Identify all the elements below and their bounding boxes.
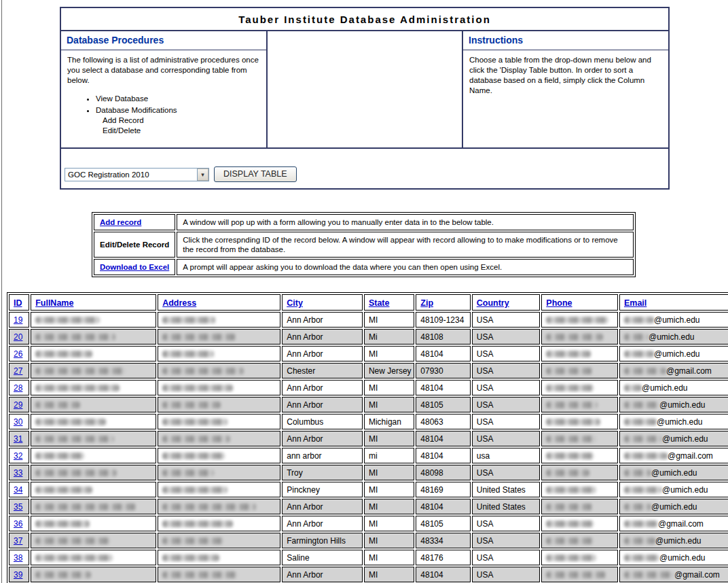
record-id-link[interactable]: 33 (14, 468, 22, 478)
redacted-email-local (624, 504, 651, 510)
cell-phone (541, 516, 618, 531)
record-id-link[interactable]: 20 (14, 332, 22, 342)
email-domain: @umich.edu (642, 383, 688, 393)
record-id-link[interactable]: 36 (14, 519, 22, 529)
cell-state: MI (364, 397, 414, 412)
procedures-body: The following is a list of administrativ… (61, 50, 266, 142)
cell-zip: 48104 (416, 431, 470, 446)
cell-phone (541, 414, 618, 429)
cell-email: @umich.edu (619, 550, 728, 565)
email-domain: @umich.edu (662, 434, 708, 444)
column-header-zip[interactable]: Zip (420, 298, 433, 308)
panel-row: Database Procedures The following is a l… (61, 31, 668, 149)
table-row: 28 Ann Arbor MI 48104 USA @umich.edu (9, 380, 728, 395)
column-header-fullname[interactable]: FullName (35, 298, 73, 308)
cell-fullname (31, 465, 156, 480)
redacted-address (162, 571, 237, 578)
table-row: 30 Columbus Michigan 48063 USA @umich.ed… (9, 414, 728, 429)
record-id-link[interactable]: 37 (14, 536, 22, 546)
display-table-button[interactable]: DISPLAY TABLE (214, 166, 297, 182)
redacted-fullname (35, 317, 100, 323)
redacted-fullname (35, 385, 120, 391)
redacted-email-local (624, 520, 658, 527)
database-select[interactable]: GOC Registration 2010 ▾ (65, 168, 209, 181)
header-row: ID FullName Address City State Zip Count… (9, 294, 728, 311)
record-id-link[interactable]: 29 (14, 400, 22, 410)
cell-fullname (31, 448, 156, 463)
cell-email: @umich.edu (619, 431, 728, 446)
table-row: 27 Chester New Jersey 07930 USA @gmail.c… (9, 363, 728, 378)
chevron-down-icon[interactable]: ▾ (197, 169, 208, 181)
cell-phone (541, 431, 618, 446)
cell-country: USA (472, 516, 541, 531)
record-id-link[interactable]: 39 (14, 570, 22, 580)
redacted-address (162, 402, 221, 408)
record-id-link[interactable]: 19 (14, 315, 22, 325)
cell-address (158, 567, 280, 582)
cell-city: Farmington Hills (282, 533, 363, 548)
table-row: 19 Ann Arbor MI 48109-1234 USA @umich.ed… (9, 312, 728, 328)
cell-country: USA (472, 363, 541, 378)
record-id-link[interactable]: 30 (14, 417, 22, 427)
help-row-add-record: Add record A window will pop up with a f… (94, 214, 634, 230)
cell-address (158, 380, 280, 395)
cell-city: Ann Arbor (282, 431, 363, 446)
redacted-phone (546, 504, 592, 510)
redacted-phone (546, 334, 603, 340)
redacted-fullname (35, 571, 91, 578)
column-header-address[interactable]: Address (162, 298, 196, 308)
cell-email: @umich.edu (619, 397, 728, 412)
cell-state: Mi (364, 329, 414, 344)
record-id-link[interactable]: 27 (14, 366, 22, 376)
redacted-phone (546, 554, 596, 561)
cell-zip: 48334 (416, 533, 470, 548)
table-select-form: GOC Registration 2010 ▾ DISPLAY TABLE (61, 149, 668, 188)
column-header-phone[interactable]: Phone (546, 298, 572, 308)
cell-fullname (31, 380, 156, 395)
cell-email: @umich.edu (619, 414, 728, 429)
record-id-link[interactable]: 28 (14, 383, 22, 393)
cell-address (158, 414, 280, 429)
column-header-id[interactable]: ID (14, 298, 22, 308)
cell-country: USA (472, 312, 541, 328)
procedures-intro: The following is a list of administrativ… (67, 55, 260, 86)
column-header-country[interactable]: Country (477, 298, 509, 308)
record-id-link[interactable]: 35 (14, 502, 22, 512)
record-id-link[interactable]: 31 (14, 434, 22, 444)
record-id-link[interactable]: 26 (14, 349, 22, 359)
page-title: Tauber Institute Database Administration (61, 8, 668, 31)
column-header-email[interactable]: Email (624, 298, 647, 308)
cell-city: Pinckney (282, 482, 363, 497)
cell-email: @gmail.com (619, 516, 728, 531)
record-id-link[interactable]: 32 (14, 451, 22, 461)
column-header-state[interactable]: State (369, 298, 390, 308)
help-desc-edit-delete: Click the correspnding ID of the record … (177, 232, 634, 258)
procedures-subitem-add-record: Add Record (103, 116, 260, 126)
email-domain: @umich.edu (649, 332, 695, 342)
column-header-city[interactable]: City (287, 298, 303, 308)
cell-state: New Jersey (364, 363, 414, 378)
cell-country: USA (472, 465, 541, 480)
redacted-address (162, 351, 214, 357)
cell-fullname (31, 414, 156, 429)
cell-zip: 48104 (416, 567, 470, 582)
add-record-link[interactable]: Add record (100, 218, 141, 226)
redacted-fullname (35, 334, 115, 340)
cell-state: Michigan (364, 414, 414, 429)
cell-city: Ann Arbor (282, 346, 363, 361)
table-row: 32 ann arbor mi 48104 usa @gmail.com (9, 448, 728, 463)
download-to-excel-link[interactable]: Download to Excel (100, 263, 169, 271)
cell-country: USA (472, 567, 541, 582)
email-domain: @umich.edu (659, 400, 706, 410)
email-domain: @umich.edu (651, 502, 697, 512)
redacted-phone (546, 453, 594, 459)
redacted-email-local (624, 554, 659, 561)
redacted-address (162, 554, 219, 561)
table-row: 20 Ann Arbor Mi 48108 USA @umich.edu (9, 329, 728, 344)
record-id-link[interactable]: 38 (14, 553, 22, 563)
cell-country: usa (472, 448, 541, 463)
help-row-download-excel: Download to Excel A prompt will appear a… (94, 259, 634, 275)
cell-fullname (31, 431, 156, 446)
record-id-link[interactable]: 34 (14, 485, 22, 495)
database-select-value: GOC Registration 2010 (65, 171, 197, 179)
